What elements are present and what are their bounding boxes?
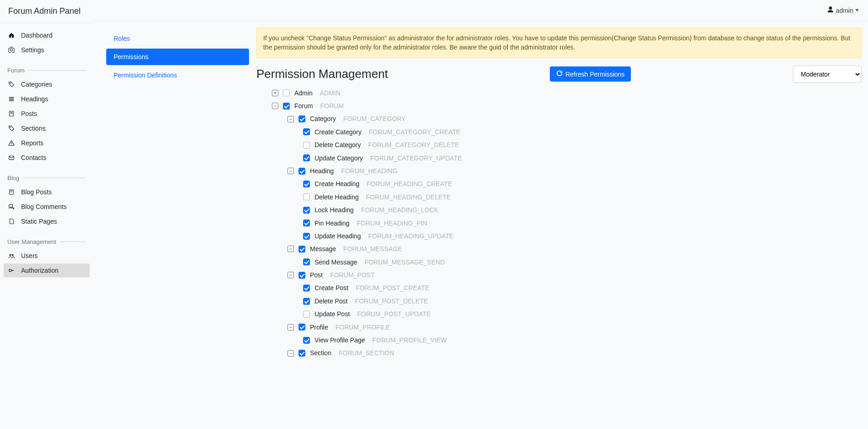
permission-label: Section — [310, 348, 331, 358]
permission-code: FORUM_PROFILE_VIEW — [372, 335, 447, 345]
permission-label: Heading — [310, 166, 334, 176]
nav-item-authorization[interactable]: Authorization — [4, 264, 90, 277]
warn-icon — [8, 140, 16, 146]
nav-item-label: Headings — [21, 95, 48, 103]
permission-code: FORUM_HEADING_DELETE — [366, 192, 451, 202]
permission-checkbox[interactable] — [303, 207, 310, 214]
nav-item-users[interactable]: Users — [4, 249, 90, 263]
tree-expander[interactable]: − — [272, 103, 278, 109]
permission-row: Pin HeadingFORUM_HEADING_PIN — [272, 217, 862, 230]
permission-row: Delete PostFORUM_POST_DELETE — [272, 295, 862, 308]
gear-icon — [8, 47, 16, 53]
nav-item-blog-posts[interactable]: Blog Posts — [4, 185, 90, 199]
page-title: Permission Management — [256, 67, 388, 81]
user-menu-button[interactable]: admin — [827, 6, 859, 15]
nav-item-settings[interactable]: Settings — [4, 43, 90, 57]
subnav-item-permissions[interactable]: Permissions — [106, 49, 249, 65]
permission-row: Create CategoryFORUM_CATEGORY_CREATE — [272, 126, 862, 138]
permission-row: Send MessageFORUM_MESSAGE_SEND — [272, 256, 862, 269]
permission-code: FORUM_HEADING_CREATE — [367, 179, 452, 189]
comments-icon — [8, 204, 16, 210]
subnav-item-permission-definitions[interactable]: Permission Definitions — [106, 67, 249, 83]
permission-row: −ForumFORUM — [272, 99, 862, 112]
nav-item-static-pages[interactable]: Static Pages — [4, 214, 90, 228]
refresh-permissions-button[interactable]: Refresh Permissions — [550, 66, 631, 82]
permission-code: FORUM_CATEGORY_UPDATE — [370, 153, 462, 163]
permission-checkbox[interactable] — [303, 258, 310, 265]
warning-alert: If you uncheck "Change Status Permission… — [256, 28, 862, 58]
tree-expander[interactable]: − — [288, 324, 294, 330]
tag-icon — [8, 125, 16, 132]
tree-expander[interactable]: − — [288, 246, 294, 252]
permission-code: FORUM_POST — [330, 270, 374, 280]
permission-tree: +AdminADMIN−ForumFORUM−CategoryFORUM_CAT… — [256, 87, 862, 360]
permission-checkbox[interactable] — [298, 246, 305, 253]
permission-checkbox[interactable] — [303, 285, 310, 292]
nav-item-contacts[interactable]: Contacts — [4, 151, 90, 165]
nav-item-label: Categories — [21, 81, 52, 88]
nav-item-posts[interactable]: Posts — [4, 107, 90, 121]
nav-item-reports[interactable]: Reports — [4, 136, 90, 150]
tree-expander[interactable]: − — [288, 272, 294, 278]
permission-label: Pin Heading — [315, 218, 349, 228]
permission-code: FORUM_MESSAGE — [343, 244, 402, 254]
permission-checkbox[interactable] — [298, 350, 305, 357]
permission-checkbox[interactable] — [303, 220, 310, 226]
permission-checkbox[interactable] — [303, 337, 310, 344]
permission-row: Delete CategoryFORUM_CATEGORY_DELETE — [272, 138, 862, 151]
permission-code: FORUM_PROFILE — [336, 322, 390, 332]
permission-row: Update CategoryFORUM_CATEGORY_UPDATE — [272, 152, 862, 165]
permission-code: FORUM_POST_DELETE — [355, 296, 428, 306]
permission-row: +AdminADMIN — [272, 87, 862, 99]
nav-item-headings[interactable]: Headings — [4, 92, 90, 106]
nav-item-categories[interactable]: Categories — [4, 77, 90, 91]
permission-checkbox[interactable] — [303, 233, 310, 240]
nav-item-blog-comments[interactable]: Blog Comments — [4, 200, 90, 214]
permission-label: Update Category — [315, 153, 363, 163]
permission-checkbox[interactable] — [303, 142, 310, 148]
permission-checkbox[interactable] — [283, 89, 290, 96]
nav-group-title: User Management — [4, 236, 90, 248]
permission-row: −MessageFORUM_MESSAGE — [272, 242, 862, 255]
permission-checkbox[interactable] — [303, 298, 310, 305]
subnav-item-roles[interactable]: Roles — [106, 30, 249, 47]
nav-item-label: Sections — [21, 125, 46, 132]
permission-panel: If you uncheck "Change Status Permission… — [256, 28, 862, 360]
permission-checkbox[interactable] — [303, 311, 310, 318]
refresh-label: Refresh Permissions — [565, 71, 624, 78]
svg-point-4 — [12, 254, 14, 256]
permission-row: Delete HeadingFORUM_HEADING_DELETE — [272, 191, 862, 204]
permission-code: FORUM_HEADING_UPDATE — [368, 231, 453, 241]
nav-group-title: Forum — [4, 64, 90, 77]
tree-expander[interactable]: − — [288, 116, 294, 122]
permission-label: Delete Heading — [315, 192, 359, 202]
permission-checkbox[interactable] — [303, 193, 310, 200]
permission-label: Update Heading — [315, 231, 361, 241]
permission-label: Post — [310, 270, 323, 280]
nav-item-dashboard[interactable]: Dashboard — [4, 28, 90, 42]
tree-expander[interactable]: + — [272, 90, 278, 96]
permission-checkbox[interactable] — [303, 128, 310, 135]
nav-item-sections[interactable]: Sections — [4, 121, 90, 135]
permission-checkbox[interactable] — [303, 181, 310, 187]
tree-expander[interactable]: − — [288, 168, 294, 174]
permission-checkbox[interactable] — [298, 324, 305, 330]
permission-row: −ProfileFORUM_PROFILE — [272, 321, 862, 334]
nav-item-label: Blog Posts — [21, 188, 52, 196]
svg-point-3 — [9, 254, 11, 256]
permission-checkbox[interactable] — [298, 272, 305, 279]
tree-expander[interactable]: − — [288, 350, 294, 357]
page-icon — [8, 218, 16, 225]
permission-checkbox[interactable] — [303, 154, 310, 161]
role-select[interactable]: Moderator — [793, 66, 862, 83]
permission-checkbox[interactable] — [298, 116, 305, 122]
permission-row: Create PostFORUM_POST_CREATE — [272, 281, 862, 294]
permission-label: Send Message — [315, 257, 357, 267]
permission-label: Category — [310, 114, 336, 124]
permission-checkbox[interactable] — [298, 168, 305, 175]
permission-label: Delete Post — [315, 296, 347, 306]
note-icon — [8, 110, 16, 117]
permission-row: −SectionFORUM_SECTION — [272, 346, 862, 359]
permission-checkbox[interactable] — [283, 103, 290, 110]
permission-label: Create Heading — [315, 179, 359, 189]
